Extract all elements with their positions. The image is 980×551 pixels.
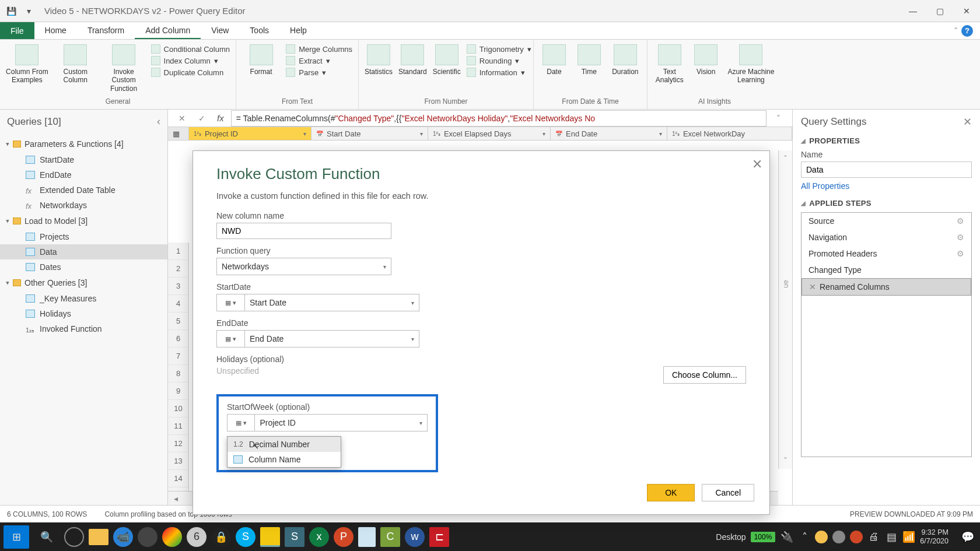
column-from-examples-button[interactable]: Column From Examples: [6, 42, 48, 85]
vscroll[interactable]: ˄ ue ˅: [778, 150, 792, 469]
step-renamed-columns[interactable]: ✕Renamed Columns: [802, 278, 971, 296]
gear-icon[interactable]: ⚙: [957, 233, 964, 242]
function-query-select[interactable]: Networkdays▾: [216, 258, 391, 275]
close-button[interactable]: ✕: [953, 0, 980, 22]
startdate-type-button[interactable]: ▦ ▾: [216, 294, 244, 311]
scientific-button[interactable]: Scientific: [433, 42, 461, 76]
ok-button[interactable]: OK: [647, 484, 695, 501]
col-project-id[interactable]: 1²₃Project ID▾: [189, 127, 312, 140]
query-group-load[interactable]: Load to Model [3]: [0, 213, 167, 229]
query-invoked-function[interactable]: Invoked Function: [0, 321, 167, 336]
power-icon[interactable]: 🔌: [780, 525, 794, 549]
clock[interactable]: 9:32 PM 6/7/2020: [920, 528, 954, 545]
tab-view[interactable]: View: [201, 22, 239, 39]
new-column-input[interactable]: [216, 223, 391, 239]
help-icon[interactable]: ?: [961, 25, 973, 37]
merge-columns-button[interactable]: Merge Columns: [286, 44, 352, 54]
snagit-icon[interactable]: S: [285, 527, 304, 547]
save-icon[interactable]: 💾: [5, 4, 18, 18]
collapse-ribbon-icon[interactable]: ˄: [954, 26, 958, 36]
all-properties-link[interactable]: All Properties: [801, 181, 972, 191]
dialog-close-icon[interactable]: ✕: [752, 157, 762, 172]
tab-transform[interactable]: Transform: [77, 22, 135, 39]
duplicate-column-button[interactable]: Duplicate Column: [151, 68, 230, 77]
chrome-icon[interactable]: [162, 527, 182, 547]
col-networkday[interactable]: 1²₃Excel NetworkDay: [667, 127, 792, 140]
query-holidays[interactable]: Holidays: [0, 306, 167, 321]
col-start-date[interactable]: 📅Start Date▾: [312, 127, 428, 140]
formula-bar[interactable]: = Table.RenameColumns(#"Changed Type",{{…: [231, 110, 766, 127]
enddate-select[interactable]: End Date▾: [244, 330, 419, 348]
tab-help[interactable]: Help: [279, 22, 317, 39]
statistics-button[interactable]: Statistics: [365, 42, 393, 76]
type-option-column-name[interactable]: Column Name: [228, 452, 341, 467]
start-button[interactable]: ⊞: [4, 525, 29, 549]
excel-icon[interactable]: x: [309, 527, 329, 547]
query-group-other[interactable]: Other Queries [3]: [0, 275, 167, 291]
maximize-button[interactable]: ▢: [926, 0, 953, 22]
select-all[interactable]: ▦: [168, 127, 189, 140]
battery-indicator[interactable]: 100%: [751, 532, 776, 542]
rounding-button[interactable]: Rounding ▾: [467, 56, 531, 65]
formula-expand-icon[interactable]: ˅: [770, 111, 786, 125]
query-enddate[interactable]: EndDate: [0, 167, 167, 183]
query-startdate[interactable]: StartDate: [0, 152, 167, 167]
collapse-queries-icon[interactable]: ‹: [157, 115, 160, 128]
notepad-icon[interactable]: [358, 527, 376, 547]
camtasia-icon[interactable]: C: [380, 527, 400, 547]
tray-icon-4[interactable]: 🖨: [867, 525, 880, 549]
dragon-icon[interactable]: 6: [187, 527, 206, 547]
parse-button[interactable]: Parse ▾: [286, 68, 352, 77]
vision-button[interactable]: Vision: [692, 42, 720, 76]
query-ext-date-table[interactable]: Extended Date Table: [0, 183, 167, 198]
tab-home[interactable]: Home: [34, 22, 77, 39]
wifi-icon[interactable]: 📶: [902, 525, 915, 549]
app-red-icon[interactable]: ⊏: [429, 527, 449, 547]
zoom-icon[interactable]: 📹: [113, 527, 133, 547]
cortana-icon[interactable]: [64, 527, 84, 547]
information-button[interactable]: Information ▾: [467, 68, 531, 77]
tray-icon-5[interactable]: ▤: [885, 525, 898, 549]
trigonometry-button[interactable]: Trigonometry ▾: [467, 44, 531, 54]
startofweek-select[interactable]: Project ID▾: [254, 414, 428, 431]
date-button[interactable]: Date: [540, 42, 569, 76]
format-button[interactable]: Format: [242, 42, 280, 76]
applied-steps-header[interactable]: APPLIED STEPS: [801, 199, 972, 208]
tray-expand-icon[interactable]: ˄: [799, 525, 810, 549]
step-source[interactable]: Source⚙: [802, 213, 971, 229]
tray-icon-1[interactable]: [815, 531, 828, 543]
tab-tools[interactable]: Tools: [239, 22, 279, 39]
properties-header[interactable]: PROPERTIES: [801, 136, 972, 145]
standard-button[interactable]: Standard: [398, 42, 427, 76]
query-data[interactable]: Data: [0, 244, 167, 259]
choose-column-button[interactable]: Choose Column...: [663, 366, 746, 384]
tray-icon-2[interactable]: [832, 531, 845, 543]
step-changed-type[interactable]: Changed Type: [802, 262, 971, 278]
formula-accept-icon[interactable]: ✓: [194, 111, 210, 125]
powerpoint-icon[interactable]: P: [334, 527, 354, 547]
gear-icon[interactable]: ⚙: [957, 249, 964, 258]
step-promoted-headers[interactable]: Promoted Headers⚙: [802, 245, 971, 262]
query-name-input[interactable]: [801, 162, 972, 178]
tab-add-column[interactable]: Add Column: [135, 22, 201, 39]
query-networkdays[interactable]: Networkdays: [0, 198, 167, 213]
index-column-button[interactable]: Index Column ▾: [151, 56, 230, 65]
qat-dropdown[interactable]: ▾: [22, 4, 35, 18]
azure-ml-button[interactable]: Azure Machine Learning: [726, 42, 776, 85]
type-option-decimal[interactable]: 1.2Decimal Number↖: [228, 437, 341, 452]
startofweek-type-button[interactable]: ▦ ▾: [227, 414, 254, 431]
formula-cancel-icon[interactable]: ✕: [174, 111, 190, 125]
tray-icon-3[interactable]: [850, 531, 863, 543]
app-icon[interactable]: [138, 527, 158, 547]
minimize-button[interactable]: —: [900, 0, 926, 22]
search-icon[interactable]: 🔍: [34, 525, 60, 549]
startdate-select[interactable]: Start Date▾: [244, 294, 419, 311]
skype-icon[interactable]: S: [236, 527, 256, 547]
fx-icon[interactable]: fx: [214, 113, 228, 123]
col-elapsed-days[interactable]: 1²₃Excel Elapsed Days▾: [428, 127, 551, 140]
query-key-measures[interactable]: _Key Measures: [0, 291, 167, 306]
step-navigation[interactable]: Navigation⚙: [802, 229, 971, 245]
time-button[interactable]: Time: [575, 42, 604, 76]
show-desktop[interactable]: Desktop: [716, 532, 746, 542]
extract-button[interactable]: Extract ▾: [286, 56, 352, 65]
